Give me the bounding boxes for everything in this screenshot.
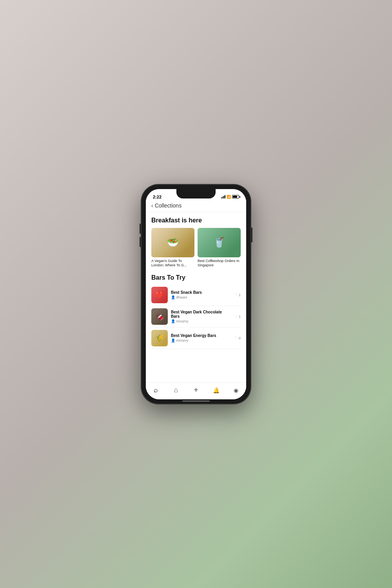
dark-choc-title: Best Vegan Dark Chocolate Bars <box>171 310 231 319</box>
heart-icon: ♡ <box>234 336 238 340</box>
list-item[interactable]: A Vegan's Guide To London: Where To G... <box>151 228 194 268</box>
snack-bars-info: Best Snack Bars 👤 dhwani <box>171 290 231 299</box>
list-item[interactable]: Best Snack Bars 👤 dhwani ♡ 1 <box>151 284 241 306</box>
status-time: 2:22 <box>153 195 162 199</box>
dark-choc-author: 👤 miriamy <box>171 319 231 323</box>
volume-down-button <box>140 237 141 247</box>
dark-choc-info: Best Vegan Dark Chocolate Bars 👤 miriamy <box>171 310 231 323</box>
author-icon: 👤 <box>171 319 175 323</box>
breakfast-section-title: Breakfast is here <box>151 217 241 224</box>
dark-choc-likes: ♡ 1 <box>234 314 241 319</box>
heart-icon: ♡ <box>234 293 238 297</box>
nav-header: ‹ Collections <box>146 201 246 212</box>
notch <box>176 189 216 198</box>
energy-bars-image <box>151 330 168 346</box>
vegan-guide-label: A Vegan's Guide To London: Where To G... <box>151 259 194 268</box>
profile-icon[interactable] <box>232 386 240 395</box>
back-arrow-icon[interactable]: ‹ <box>151 202 153 209</box>
list-item[interactable]: Best Vegan Energy Bars 👤 miriamy ♡ 0 <box>151 328 241 349</box>
status-icons: 📶 <box>221 195 239 199</box>
volume-up-button <box>140 224 141 234</box>
energy-bars-title: Best Vegan Energy Bars <box>171 333 231 338</box>
bottom-navigation <box>146 382 246 399</box>
list-item[interactable]: Best Vegan Dark Chocolate Bars 👤 miriamy… <box>151 306 241 328</box>
add-icon[interactable] <box>192 386 200 395</box>
energy-bars-author: 👤 miriamy <box>171 339 231 342</box>
snack-bars-title: Best Snack Bars <box>171 290 231 295</box>
vegan-guide-image <box>151 228 194 257</box>
phone-screen: 2:22 📶 ‹ Collections <box>146 189 246 399</box>
author-icon: 👤 <box>171 339 175 342</box>
snack-bars-likes: ♡ 1 <box>234 293 241 297</box>
signal-icon <box>221 195 225 198</box>
battery-icon <box>232 195 239 198</box>
author-icon: 👤 <box>171 295 175 299</box>
coffeeshop-image <box>198 228 241 257</box>
breakfast-card-grid: A Vegan's Guide To London: Where To G...… <box>151 228 241 268</box>
phone-shell: 2:22 📶 ‹ Collections <box>141 184 251 404</box>
energy-bars-info: Best Vegan Energy Bars 👤 miriamy <box>171 333 231 342</box>
snack-bars-image <box>151 287 168 303</box>
nav-title: Collections <box>155 202 181 209</box>
list-item[interactable]: Best Coffeeshop Orders In Singapore <box>198 228 241 268</box>
heart-icon: ♡ <box>234 314 238 319</box>
side-button <box>251 228 252 242</box>
coffeeshop-label: Best Coffeeshop Orders In Singapore <box>198 259 241 268</box>
phone-mockup: 2:22 📶 ‹ Collections <box>141 184 251 404</box>
wifi-icon: 📶 <box>227 195 231 199</box>
main-content: Breakfast is here A Vegan's Guide To Lon… <box>146 212 246 382</box>
search-icon[interactable] <box>152 386 160 395</box>
energy-bars-likes: ♡ 0 <box>234 336 241 340</box>
snack-bars-author: 👤 dhwani <box>171 295 231 299</box>
dark-choc-image <box>151 308 168 325</box>
home-indicator <box>182 400 210 402</box>
bell-icon[interactable] <box>212 386 220 395</box>
home-icon[interactable] <box>172 386 180 395</box>
bars-section-title: Bars To Try <box>151 274 241 281</box>
